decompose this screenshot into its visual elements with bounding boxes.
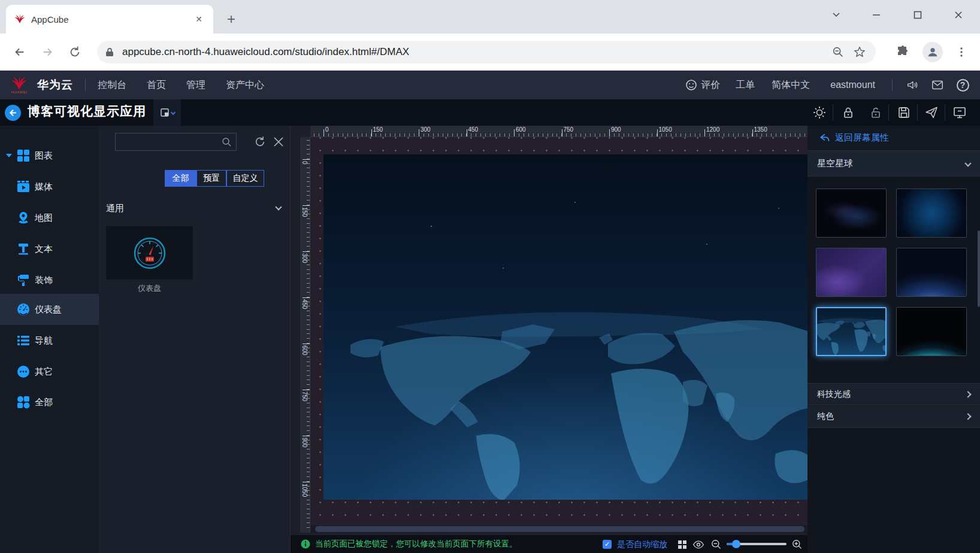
url-text: appcube.cn-north-4.huaweicloud.com/studi… <box>122 46 830 58</box>
extensions-puzzle-icon[interactable] <box>895 44 911 60</box>
ticket-link[interactable]: 工单 <box>736 79 755 92</box>
bg-thumb-dark-nebula[interactable] <box>816 189 887 238</box>
canvas-region: 0150300450600750900105012001350 01503004… <box>291 126 807 553</box>
username[interactable]: eastmount <box>830 80 875 90</box>
close-panel-icon[interactable] <box>273 136 285 148</box>
section-solid-color[interactable]: 纯色 <box>807 406 980 428</box>
app-root: AppCube ✕ + appcube.cn-north-4.huaweiclo… <box>0 0 980 553</box>
toolbar-divider <box>917 104 918 121</box>
panel-scrollbar[interactable] <box>978 230 980 307</box>
page-switcher[interactable] <box>153 99 181 126</box>
tab-all[interactable]: 全部 <box>165 170 196 187</box>
zoom-slider[interactable] <box>727 543 787 545</box>
component-panel: 全部 预置 自定义 通用 仪表盘 <box>99 126 291 553</box>
section-collapse-chevron-icon[interactable] <box>275 203 282 210</box>
nav-assets[interactable]: 资产中心 <box>226 79 264 92</box>
bg-thumb-planet-horizon[interactable] <box>896 307 967 356</box>
canvas-glow-overlay <box>323 154 807 500</box>
speaker-icon[interactable] <box>903 76 921 94</box>
browser-menu-kebab-icon[interactable] <box>954 44 969 60</box>
properties-panel: 返回屏幕属性 星空星球 科技光感 纯色 <box>807 126 980 553</box>
nav-console[interactable]: 控制台 <box>98 79 126 92</box>
mail-icon[interactable] <box>928 76 946 94</box>
bg-thumb-world-map-selected[interactable] <box>816 307 887 356</box>
chevron-right-icon <box>964 413 971 420</box>
vertical-ruler: 01503004506007509001050 <box>300 137 310 533</box>
sidebar-item-charts[interactable]: 图表 <box>0 140 99 171</box>
canvas-horizontal-scrollbar[interactable] <box>310 525 807 533</box>
zoom-in-icon[interactable] <box>791 539 803 550</box>
window-maximize-button[interactable] <box>909 6 927 24</box>
browser-reload-button[interactable] <box>66 43 84 61</box>
browser-avatar[interactable] <box>922 42 943 62</box>
bookmark-star-icon[interactable] <box>852 44 867 60</box>
publish-send-icon[interactable] <box>921 102 942 123</box>
window-dropdown-icon[interactable] <box>827 6 845 24</box>
browser-tab[interactable]: AppCube ✕ <box>6 5 213 34</box>
sidebar-item-decoration[interactable]: 装饰 <box>0 265 99 296</box>
browser-forward-button[interactable] <box>38 43 56 61</box>
zoom-out-icon[interactable] <box>710 539 722 550</box>
more-circle-icon <box>17 365 30 378</box>
preview-monitor-icon[interactable] <box>949 102 970 123</box>
tab-preset[interactable]: 预置 <box>196 170 226 187</box>
toolbar-divider <box>945 104 945 121</box>
bg-thumb-purple-nebula[interactable] <box>816 248 887 297</box>
save-icon[interactable] <box>893 102 915 123</box>
layout-grid-icon[interactable] <box>678 540 686 549</box>
scrollbar-handle[interactable] <box>315 526 804 532</box>
feedback-link[interactable]: 评价 <box>701 79 720 92</box>
check-icon: ✓ <box>604 540 610 548</box>
refresh-icon[interactable] <box>253 135 267 148</box>
sidebar-item-text[interactable]: 文本 <box>0 233 99 265</box>
media-icon <box>17 180 30 193</box>
back-to-screen-props[interactable]: 返回屏幕属性 <box>807 126 980 151</box>
chevron-down-icon <box>170 110 175 115</box>
caret-down-icon[interactable] <box>6 154 12 157</box>
huawei-favicon <box>14 14 25 25</box>
return-arrow-icon <box>818 132 830 144</box>
zoom-slider-handle[interactable] <box>732 540 740 548</box>
window-minimize-button[interactable] <box>867 6 885 24</box>
all-shapes-icon <box>17 396 30 409</box>
zoom-out-page-icon[interactable] <box>830 44 846 60</box>
browser-back-button[interactable] <box>11 43 29 61</box>
settings-gear-icon[interactable] <box>809 102 830 123</box>
section-general-label: 通用 <box>106 203 124 214</box>
sidebar-item-navigation[interactable]: 导航 <box>0 325 99 356</box>
unlock-page-icon[interactable] <box>865 102 887 123</box>
nav-manage[interactable]: 管理 <box>186 79 205 92</box>
section-tech-light[interactable]: 科技光感 <box>807 383 980 405</box>
chevron-down-icon <box>964 160 971 166</box>
toolbar-divider <box>888 104 889 121</box>
window-close-button[interactable] <box>949 6 967 24</box>
component-card-gauge[interactable] <box>106 226 193 279</box>
help-icon[interactable]: ? <box>954 76 972 94</box>
bg-thumb-blue-bottom-glow[interactable] <box>896 248 967 297</box>
sidebar-item-media[interactable]: 媒体 <box>0 171 99 202</box>
bg-thumb-blue-glow[interactable] <box>896 189 967 238</box>
auto-zoom-checkbox[interactable]: ✓ <box>603 540 612 549</box>
component-search-input[interactable] <box>115 133 237 151</box>
new-tab-button[interactable]: + <box>223 11 240 28</box>
url-bar[interactable]: appcube.cn-north-4.huaweicloud.com/studi… <box>97 41 876 63</box>
language-link[interactable]: 简体中文 <box>772 79 810 92</box>
lock-page-icon[interactable] <box>837 102 859 123</box>
app-back-button[interactable] <box>5 105 21 121</box>
text-icon <box>17 242 30 256</box>
tab-close-icon[interactable]: ✕ <box>193 13 205 25</box>
sidebar-item-other[interactable]: 其它 <box>0 356 99 387</box>
design-canvas-screen[interactable] <box>323 154 807 500</box>
search-icon <box>222 137 232 147</box>
tab-custom[interactable]: 自定义 <box>226 170 264 187</box>
world-map-mini <box>817 308 885 355</box>
sidebar-item-map[interactable]: 地图 <box>0 202 99 233</box>
header-divider <box>85 79 86 91</box>
sidebar-item-all[interactable]: 全部 <box>0 387 99 418</box>
sidebar-item-dashboard[interactable]: 仪表盘 <box>0 294 99 325</box>
gauge-component-icon <box>132 236 167 271</box>
nav-home[interactable]: 首页 <box>147 79 166 92</box>
eye-preview-icon[interactable] <box>692 539 704 550</box>
background-group-starry[interactable]: 星空星球 <box>807 151 980 177</box>
charts-grid-icon <box>17 149 30 162</box>
